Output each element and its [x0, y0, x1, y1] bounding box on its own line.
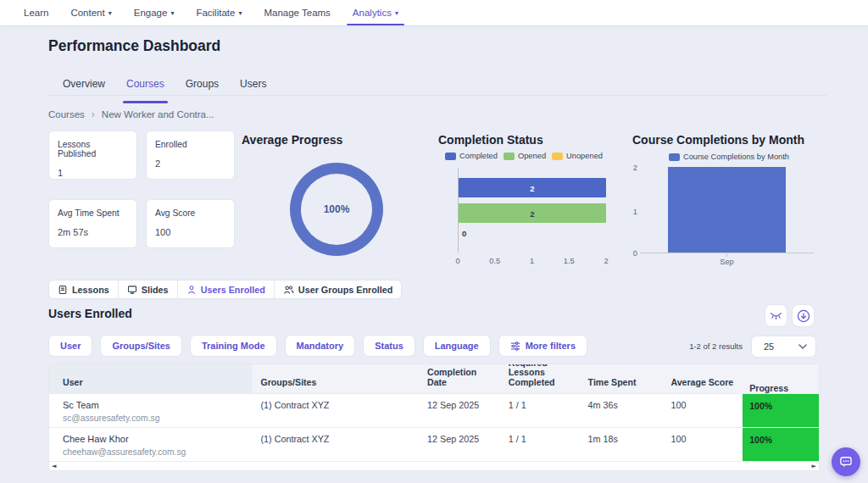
tab-label: Slides	[142, 285, 169, 295]
filter-language[interactable]: Language	[423, 335, 491, 357]
tab-groups[interactable]: Groups	[182, 75, 222, 103]
column-header-user: User	[49, 364, 252, 393]
download-button[interactable]	[792, 304, 815, 327]
tab-overview[interactable]: Overview	[59, 75, 108, 103]
progress-value: 100%	[749, 401, 772, 411]
x-tick: 0.5	[485, 257, 505, 265]
user-name: Chee Haw Khor	[63, 434, 247, 444]
completion-date-cell: 12 Sep 2025	[419, 428, 500, 461]
tab-courses[interactable]: Courses	[123, 75, 168, 103]
nav-label: Content	[70, 8, 104, 18]
download-icon	[797, 309, 810, 323]
lessons-icon	[58, 285, 68, 295]
user-cell: Chee Haw Khor cheehaw@assuresafety.com.s…	[49, 428, 252, 461]
bar-value-label: 2	[459, 183, 606, 192]
legend-item-unopened: Unopened	[552, 152, 603, 160]
tab-lessons[interactable]: Lessons	[49, 280, 119, 298]
caret-down-icon: ▾	[238, 9, 242, 17]
more-filters-button[interactable]: More filters	[498, 335, 587, 357]
user-name: Sc Team	[63, 400, 247, 410]
nav-item-manage-teams[interactable]: Manage Teams	[253, 0, 341, 25]
nav-item-engage[interactable]: Engage▾	[123, 0, 186, 25]
table-header-row: User Groups/Sites Completion Date Requir…	[49, 364, 819, 393]
progress-cell: 100%	[743, 428, 819, 461]
section-title: Users Enrolled	[48, 307, 132, 320]
filter-training-mode[interactable]: Training Mode	[190, 335, 277, 357]
y-tick: 1	[624, 208, 637, 216]
breadcrumb-courses-link[interactable]: Courses	[48, 109, 85, 119]
filter-user[interactable]: User	[48, 335, 92, 357]
legend-label: Course Completions by Month	[683, 153, 789, 161]
scroll-right-arrow[interactable]: ►	[812, 464, 816, 469]
tab-users-enrolled[interactable]: Users Enrolled	[178, 280, 275, 298]
bar-value-label: 2	[459, 208, 606, 218]
bar-value-label: 0	[462, 229, 466, 238]
completion-status-bar-row: 2	[459, 178, 606, 197]
page-size-select[interactable]: 25	[751, 336, 816, 358]
time-spent-cell: 1m 18s	[580, 428, 663, 461]
stat-value: 2m 57s	[58, 227, 128, 237]
users-enrolled-table: User Groups/Sites Completion Date Requir…	[48, 364, 820, 471]
chat-widget-button[interactable]	[832, 447, 860, 476]
completion-status-bar-row: 2	[459, 203, 606, 223]
time-spent-cell: 4m 36s	[580, 394, 663, 427]
tab-users[interactable]: Users	[236, 75, 270, 103]
toggle-columns-button[interactable]	[765, 304, 787, 327]
required-lessons-cell: 1 / 1	[500, 394, 580, 427]
x-tick: 1.5	[559, 257, 579, 265]
tab-label: Users Enrolled	[201, 285, 265, 295]
dashboard-tabs: Overview Courses Groups Users	[59, 75, 270, 103]
stat-card-avg-score: Avg Score 100	[146, 199, 235, 248]
nav-label: Facilitate	[196, 8, 235, 18]
chat-bubble-icon	[838, 454, 854, 469]
filter-label: User	[60, 341, 81, 351]
x-tick-sep: Sep	[668, 258, 786, 266]
progress-cell-wrap: 100%	[743, 394, 819, 427]
tab-label: User Groups Enrolled	[298, 285, 393, 295]
table-row[interactable]: Chee Haw Khor cheehaw@assuresafety.com.s…	[49, 427, 819, 461]
nav-item-content[interactable]: Content▾	[59, 0, 122, 25]
tabs-divider	[48, 95, 826, 96]
tab-slides[interactable]: Slides	[119, 280, 178, 298]
average-score-cell: 100	[662, 428, 743, 461]
groups-sites-cell: (1) Contract XYZ	[252, 428, 419, 461]
stat-card-lessons-published: Lessons Published 1	[48, 130, 137, 180]
caret-down-icon: ▾	[395, 9, 398, 17]
filter-mandatory[interactable]: Mandatory	[285, 335, 356, 357]
monthly-completions-title: Course Completions by Month	[632, 133, 804, 147]
nav-item-learn[interactable]: Learn	[13, 0, 59, 25]
filter-status[interactable]: Status	[363, 335, 415, 357]
x-tick: 2	[596, 257, 616, 265]
stat-label: Avg Time Spent	[58, 208, 128, 218]
breadcrumb-separator: ›	[92, 108, 95, 120]
stat-value: 100	[155, 227, 225, 237]
progress-cell-wrap: 100%	[743, 428, 819, 461]
groups-sites-cell: (1) Contract XYZ	[252, 394, 419, 427]
eye-closed-icon	[770, 312, 782, 320]
legend-swatch-unopened	[552, 153, 563, 160]
tab-user-groups-enrolled[interactable]: User Groups Enrolled	[275, 280, 402, 298]
legend-swatch-completed	[445, 153, 456, 160]
horizontal-scrollbar[interactable]: ◄ ►	[49, 461, 819, 470]
filter-bar: User Groups/Sites Training Mode Mandator…	[48, 335, 587, 357]
donut-center-label: 100%	[290, 163, 383, 256]
x-tick: 0	[448, 257, 468, 265]
column-header-required-lessons: Required Lessons Completed	[500, 364, 580, 393]
average-progress-title: Average Progress	[242, 133, 342, 147]
legend-label: Completed	[459, 152, 498, 160]
stat-label: Enrolled	[155, 140, 225, 149]
column-header-groups-sites: Groups/Sites	[252, 364, 419, 393]
table-row[interactable]: Sc Team sc@assuresafety.com.sg (1) Contr…	[49, 393, 819, 427]
scroll-left-arrow[interactable]: ◄	[52, 464, 56, 469]
nav-item-analytics[interactable]: Analytics▾	[342, 0, 409, 25]
nav-label: Engage	[134, 8, 168, 18]
filter-label: More filters	[526, 341, 576, 351]
filter-label: Status	[375, 341, 403, 351]
user-group-icon	[283, 285, 294, 295]
completion-status-legend: Completed Opened Unopened	[441, 152, 607, 160]
slides-icon	[127, 285, 137, 295]
filter-groups-sites[interactable]: Groups/Sites	[100, 335, 181, 357]
nav-label: Manage Teams	[264, 8, 330, 18]
nav-item-facilitate[interactable]: Facilitate▾	[185, 0, 253, 25]
completion-status-title: Completion Status	[438, 133, 543, 147]
